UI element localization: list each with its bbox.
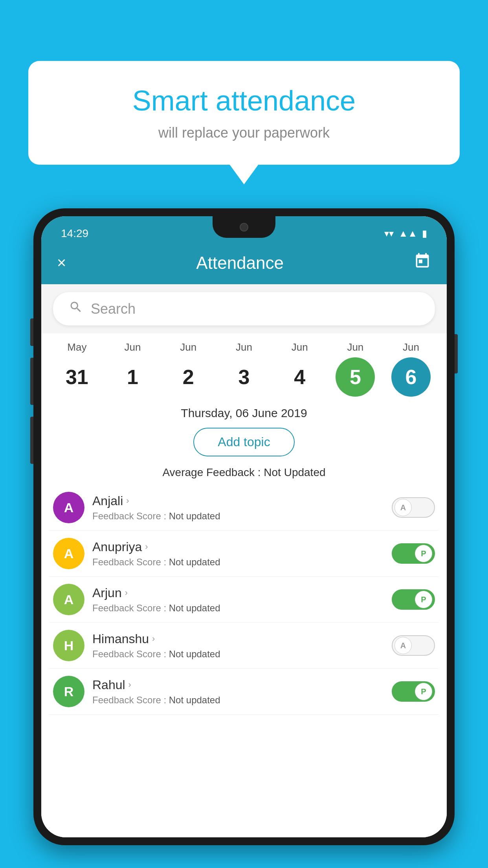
- avatar: A: [53, 492, 84, 523]
- student-list: AAnjali ›Feedback Score : Not updatedAAA…: [41, 485, 447, 715]
- calendar-date-number: 4: [280, 357, 319, 397]
- toggle-thumb: A: [394, 637, 412, 654]
- student-info: Arjun ›Feedback Score : Not updated: [92, 586, 384, 614]
- calendar-icon-button[interactable]: [414, 252, 431, 273]
- chevron-right-icon: ›: [152, 634, 155, 644]
- volume-down-button: [30, 358, 33, 405]
- bubble-subtitle: will replace your paperwork: [60, 125, 428, 141]
- calendar-month-label: Jun: [180, 341, 196, 353]
- avatar: R: [53, 676, 84, 707]
- student-name: Anjali ›: [92, 494, 384, 508]
- calendar-date-number: 5: [336, 357, 375, 397]
- avg-feedback-label: Average Feedback :: [162, 466, 261, 478]
- calendar-day[interactable]: Jun5: [332, 341, 379, 397]
- calendar-month-label: Jun: [347, 341, 363, 353]
- student-item[interactable]: AAnjali ›Feedback Score : Not updatedA: [49, 485, 439, 531]
- status-icons: ▾▾ ▲▲ ▮: [384, 228, 427, 239]
- calendar-month-label: Jun: [125, 341, 141, 353]
- phone-screen: 14:29 ▾▾ ▲▲ ▮ × Attendance: [41, 216, 447, 837]
- phone-notch: [213, 216, 275, 238]
- avg-feedback: Average Feedback : Not Updated: [41, 464, 447, 485]
- chevron-right-icon: ›: [126, 496, 129, 506]
- app-bar-title: Attendance: [66, 253, 414, 273]
- avg-feedback-value: Not Updated: [264, 466, 325, 478]
- toggle-thumb: A: [394, 499, 412, 516]
- calendar-month-label: Jun: [292, 341, 308, 353]
- toggle-thumb: P: [415, 591, 432, 608]
- wifi-icon: ▾▾: [384, 228, 394, 239]
- student-info: Himanshu ›Feedback Score : Not updated: [92, 632, 384, 660]
- calendar-date-number: 31: [57, 357, 97, 397]
- app-bar: × Attendance: [41, 245, 447, 284]
- status-time: 14:29: [61, 227, 88, 240]
- student-info: Rahul ›Feedback Score : Not updated: [92, 678, 384, 706]
- calendar-date-number: 2: [169, 357, 208, 397]
- calendar-day[interactable]: Jun2: [165, 341, 212, 397]
- student-item[interactable]: AArjun ›Feedback Score : Not updatedP: [49, 577, 439, 623]
- speech-bubble: Smart attendance will replace your paper…: [28, 61, 460, 165]
- toggle-thumb: P: [415, 683, 432, 700]
- attendance-toggle[interactable]: P: [392, 681, 435, 702]
- feedback-score: Feedback Score : Not updated: [92, 695, 384, 706]
- avatar: A: [53, 584, 84, 615]
- calendar-month-label: Jun: [236, 341, 252, 353]
- toggle-thumb: P: [415, 545, 432, 562]
- signal-icon: ▲▲: [398, 228, 417, 239]
- feedback-score: Feedback Score : Not updated: [92, 511, 384, 522]
- calendar-day[interactable]: May31: [53, 341, 101, 397]
- attendance-toggle[interactable]: P: [392, 543, 435, 564]
- volume-up-button: [30, 318, 33, 346]
- attendance-toggle[interactable]: A: [392, 497, 435, 518]
- search-icon: [69, 300, 83, 318]
- attendance-toggle[interactable]: P: [392, 589, 435, 610]
- phone-container: 14:29 ▾▾ ▲▲ ▮ × Attendance: [33, 208, 455, 868]
- avatar: H: [53, 630, 84, 661]
- battery-icon: ▮: [422, 228, 427, 239]
- student-name: Arjun ›: [92, 586, 384, 600]
- selected-date-label: Thursday, 06 June 2019: [41, 401, 447, 424]
- calendar-day[interactable]: Jun1: [109, 341, 156, 397]
- search-placeholder: Search: [91, 301, 136, 317]
- calendar-strip: May31Jun1Jun2Jun3Jun4Jun5Jun6: [41, 333, 447, 401]
- calendar-month-label: May: [67, 341, 86, 353]
- search-container: Search: [41, 284, 447, 333]
- avatar: A: [53, 538, 84, 569]
- bubble-title: Smart attendance: [60, 85, 428, 117]
- calendar-day[interactable]: Jun6: [387, 341, 435, 397]
- calendar-day[interactable]: Jun4: [276, 341, 323, 397]
- close-button[interactable]: ×: [57, 254, 66, 272]
- add-topic-button[interactable]: Add topic: [193, 428, 294, 456]
- calendar-day[interactable]: Jun3: [220, 341, 268, 397]
- calendar-date-number: 1: [113, 357, 152, 397]
- calendar-date-number: 3: [224, 357, 264, 397]
- silent-button: [30, 417, 33, 464]
- power-button: [455, 334, 458, 373]
- search-bar[interactable]: Search: [53, 292, 435, 326]
- speech-bubble-container: Smart attendance will replace your paper…: [28, 61, 460, 165]
- student-info: Anupriya ›Feedback Score : Not updated: [92, 540, 384, 568]
- attendance-toggle[interactable]: A: [392, 635, 435, 656]
- content-area: Search May31Jun1Jun2Jun3Jun4Jun5Jun6 Thu…: [41, 284, 447, 837]
- front-camera: [240, 223, 248, 232]
- chevron-right-icon: ›: [128, 680, 131, 690]
- feedback-score: Feedback Score : Not updated: [92, 649, 384, 660]
- calendar-month-label: Jun: [403, 341, 419, 353]
- student-item[interactable]: RRahul ›Feedback Score : Not updatedP: [49, 669, 439, 715]
- student-name: Rahul ›: [92, 678, 384, 692]
- calendar-date-number: 6: [391, 357, 431, 397]
- student-name: Himanshu ›: [92, 632, 384, 646]
- feedback-score: Feedback Score : Not updated: [92, 603, 384, 614]
- student-info: Anjali ›Feedback Score : Not updated: [92, 494, 384, 522]
- phone-frame: 14:29 ▾▾ ▲▲ ▮ × Attendance: [33, 208, 455, 845]
- student-item[interactable]: AAnupriya ›Feedback Score : Not updatedP: [49, 531, 439, 577]
- feedback-score: Feedback Score : Not updated: [92, 557, 384, 568]
- chevron-right-icon: ›: [145, 542, 148, 552]
- student-name: Anupriya ›: [92, 540, 384, 554]
- chevron-right-icon: ›: [125, 588, 128, 598]
- student-item[interactable]: HHimanshu ›Feedback Score : Not updatedA: [49, 623, 439, 669]
- add-topic-container: Add topic: [41, 424, 447, 464]
